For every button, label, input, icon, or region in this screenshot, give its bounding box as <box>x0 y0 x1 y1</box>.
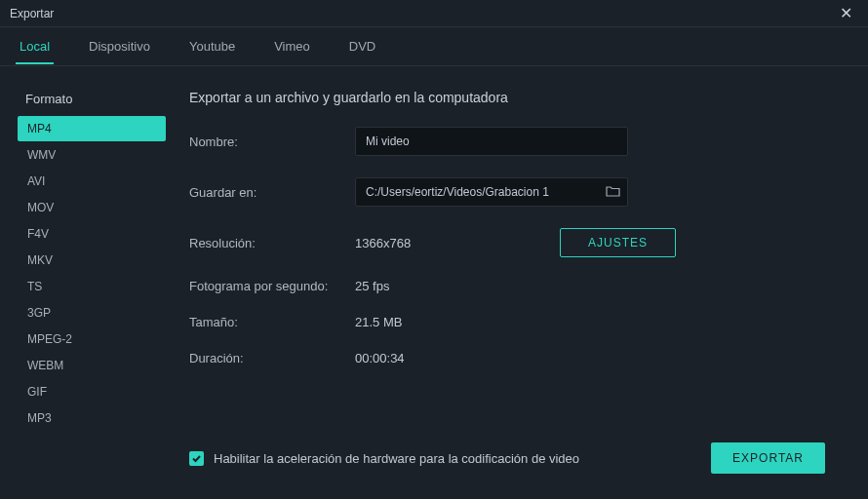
tab-dvd[interactable]: DVD <box>345 29 379 63</box>
save-path-input[interactable] <box>355 177 628 207</box>
tab-dispositivo[interactable]: Dispositivo <box>85 29 154 63</box>
format-item-avi[interactable]: AVI <box>18 169 166 194</box>
format-item-mp4[interactable]: MP4 <box>18 116 166 141</box>
dialog-body: Formato MP4 WMV AVI MOV F4V MKV TS 3GP M… <box>0 66 868 499</box>
sidebar-title: Formato <box>18 86 166 116</box>
format-item-wmv[interactable]: WMV <box>18 142 166 168</box>
duration-value: 00:00:34 <box>355 351 405 365</box>
row-fps: Fotograma por segundo: 25 fps <box>189 279 850 293</box>
name-input[interactable] <box>355 127 628 156</box>
format-item-ts[interactable]: TS <box>18 274 166 299</box>
name-label: Nombre: <box>189 134 355 149</box>
fps-label: Fotograma por segundo: <box>189 279 355 293</box>
export-dialog: Exportar ✕ Local Dispositivo Youtube Vim… <box>0 0 868 499</box>
format-item-mkv[interactable]: MKV <box>18 248 166 273</box>
titlebar: Exportar ✕ <box>0 0 868 27</box>
hw-accel-checkbox[interactable] <box>189 451 204 466</box>
format-item-webm[interactable]: WEBM <box>18 353 166 378</box>
row-duration: Duración: 00:00:34 <box>189 351 850 365</box>
check-icon <box>191 453 202 464</box>
tab-local[interactable]: Local <box>16 29 54 63</box>
hw-accel-row: Habilitar la aceleración de hardware par… <box>189 451 579 466</box>
tabbar: Local Dispositivo Youtube Vimeo DVD <box>0 27 868 66</box>
size-value: 21.5 MB <box>355 315 402 329</box>
format-item-gif[interactable]: GIF <box>18 379 166 404</box>
size-label: Tamaño: <box>189 315 355 329</box>
tab-youtube[interactable]: Youtube <box>185 29 239 63</box>
save-path-wrap <box>355 177 628 207</box>
format-item-3gp[interactable]: 3GP <box>18 300 166 326</box>
folder-icon[interactable] <box>606 183 620 201</box>
hw-accel-label: Habilitar la aceleración de hardware par… <box>214 451 579 466</box>
format-item-mpeg2[interactable]: MPEG-2 <box>18 326 166 352</box>
row-resolution: Resolución: 1366x768 AJUSTES <box>189 228 850 257</box>
duration-label: Duración: <box>189 351 355 365</box>
format-item-mp3[interactable]: MP3 <box>18 405 166 431</box>
row-name: Nombre: <box>189 127 850 156</box>
window-title: Exportar <box>10 7 54 20</box>
ajustes-button[interactable]: AJUSTES <box>560 228 676 257</box>
resolution-value: 1366x768 <box>355 236 521 250</box>
tab-vimeo[interactable]: Vimeo <box>270 29 314 63</box>
resolution-label: Resolución: <box>189 236 355 250</box>
footer: Habilitar la aceleración de hardware par… <box>189 435 850 487</box>
row-save: Guardar en: <box>189 177 850 207</box>
format-item-mov[interactable]: MOV <box>18 195 166 220</box>
row-size: Tamaño: 21.5 MB <box>189 315 850 329</box>
close-icon[interactable]: ✕ <box>834 2 858 24</box>
main-panel: Exportar a un archivo y guardarlo en la … <box>189 86 850 487</box>
format-sidebar: Formato MP4 WMV AVI MOV F4V MKV TS 3GP M… <box>18 86 166 487</box>
export-button[interactable]: EXPORTAR <box>711 442 825 474</box>
save-label: Guardar en: <box>189 185 355 200</box>
fps-value: 25 fps <box>355 279 389 293</box>
format-item-f4v[interactable]: F4V <box>18 221 166 247</box>
main-title: Exportar a un archivo y guardarlo en la … <box>189 86 850 105</box>
